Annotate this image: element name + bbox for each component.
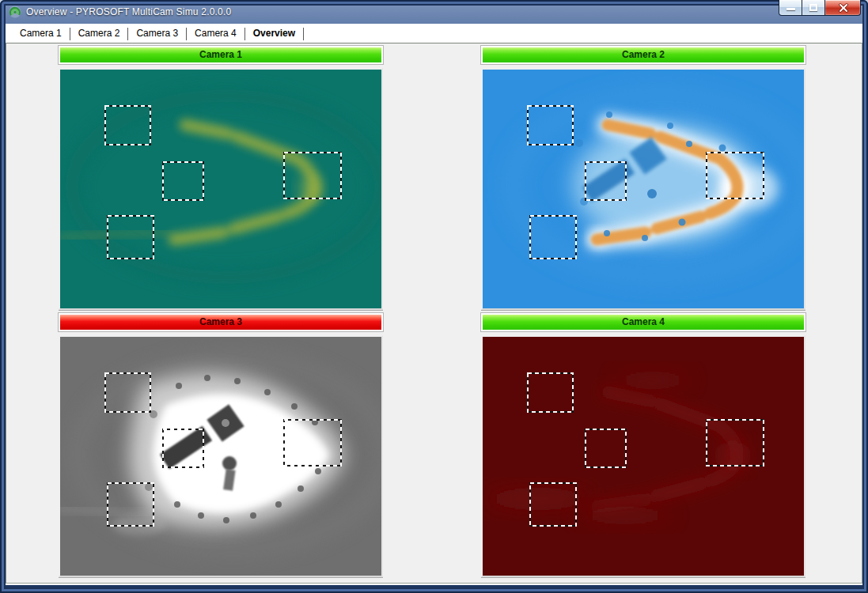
tab-camera-3[interactable]: Camera 3 xyxy=(128,28,187,40)
close-button[interactable] xyxy=(824,0,861,16)
camera-4-panel: Camera 4 xyxy=(481,313,805,577)
tab-strip: Camera 1 Camera 2 Camera 3 Camera 4 Over… xyxy=(6,24,862,43)
window-title: Overview - PYROSOFT MultiCam Simu 2.0.0.… xyxy=(26,6,231,17)
tab-camera-2[interactable]: Camera 2 xyxy=(70,28,129,40)
camera-2-panel: Camera 2 xyxy=(481,46,805,310)
title-bar[interactable]: Overview - PYROSOFT MultiCam Simu 2.0.0.… xyxy=(0,0,868,24)
camera-3-status-header: Camera 3 xyxy=(59,313,383,331)
app-body: Camera 1 Camera 2 Camera 3 Camera 4 Over… xyxy=(6,24,862,585)
window-controls xyxy=(779,0,861,16)
minimize-button[interactable] xyxy=(779,0,802,16)
camera-3-thermal-view[interactable] xyxy=(59,335,383,577)
app-logo-icon xyxy=(9,6,21,18)
maximize-button[interactable] xyxy=(802,0,824,16)
camera-1-status-header: Camera 1 xyxy=(59,46,383,64)
camera-2-thermal-view[interactable] xyxy=(481,68,805,310)
camera-4-thermal-view[interactable] xyxy=(481,335,805,577)
maximize-icon xyxy=(809,4,817,11)
tab-camera-4[interactable]: Camera 4 xyxy=(187,28,245,40)
minimize-icon xyxy=(787,8,795,10)
camera-2-status-header: Camera 2 xyxy=(481,46,805,64)
overview-content: Camera 1 xyxy=(6,43,862,584)
tab-camera-1[interactable]: Camera 1 xyxy=(12,28,70,40)
camera-1-thermal-view[interactable] xyxy=(59,68,383,310)
close-icon xyxy=(839,3,848,13)
tab-overview[interactable]: Overview xyxy=(245,28,304,40)
camera-3-panel: Camera 3 xyxy=(59,313,383,577)
app-window: Overview - PYROSOFT MultiCam Simu 2.0.0.… xyxy=(0,0,868,593)
camera-1-panel: Camera 1 xyxy=(59,46,383,310)
camera-4-status-header: Camera 4 xyxy=(481,313,805,331)
